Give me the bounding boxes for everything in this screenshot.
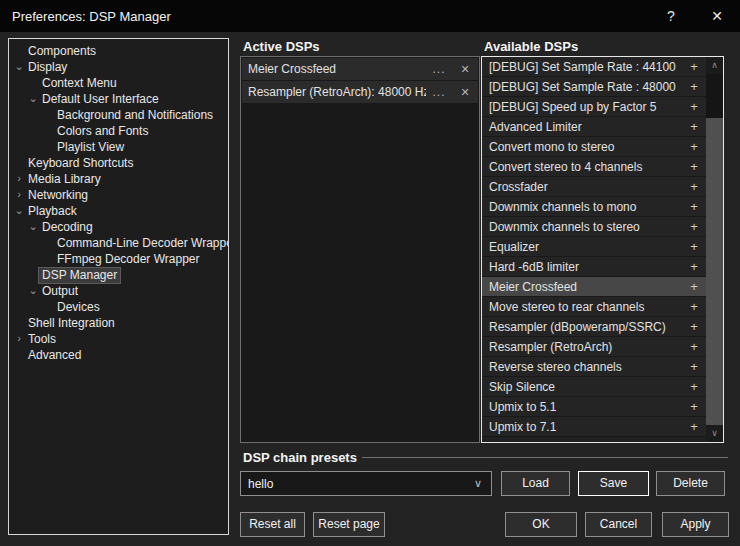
add-dsp-icon[interactable]: + — [682, 259, 706, 274]
tree-item-advanced[interactable]: Advanced — [9, 347, 228, 363]
ok-button[interactable]: OK — [505, 512, 577, 537]
chevron-expanded-icon[interactable]: ⌄ — [13, 59, 25, 73]
available-dsp-row[interactable]: Resampler (RetroArch)+ — [482, 337, 706, 357]
available-dsp-row[interactable]: Skip Silence+ — [482, 377, 706, 397]
available-dsp-row[interactable]: Convert mono to stereo+ — [482, 137, 706, 157]
tree-item-shell-integration[interactable]: Shell Integration — [9, 315, 228, 331]
remove-dsp-icon[interactable]: ✕ — [452, 86, 478, 99]
tree-item-decoding[interactable]: ⌄Decoding — [9, 219, 228, 235]
scrollbar-thumb[interactable] — [706, 118, 723, 425]
available-dsp-row[interactable]: Reverse stereo channels+ — [482, 357, 706, 377]
cancel-button[interactable]: Cancel — [585, 512, 652, 537]
tree-item-playlist-view[interactable]: Playlist View — [9, 139, 228, 155]
available-dsp-row[interactable]: [DEBUG] Set Sample Rate : 44100+ — [482, 57, 706, 77]
available-dsp-label: Equalizer — [482, 240, 682, 254]
remove-dsp-icon[interactable]: ✕ — [452, 63, 478, 76]
reset-all-button[interactable]: Reset all — [240, 512, 305, 537]
close-icon[interactable]: ✕ — [694, 0, 740, 32]
tree-item-context-menu[interactable]: Context Menu — [9, 75, 228, 91]
add-dsp-icon[interactable]: + — [682, 399, 706, 414]
add-dsp-icon[interactable]: + — [682, 139, 706, 154]
add-dsp-icon[interactable]: + — [682, 179, 706, 194]
scrollbar[interactable]: ∧ ∨ — [706, 57, 723, 442]
tree-item-devices[interactable]: Devices — [9, 299, 228, 315]
tree-item-output[interactable]: ⌄Output — [9, 283, 228, 299]
active-dsp-row[interactable]: Resampler (RetroArch): 48000 Hz...✕ — [242, 81, 478, 103]
chevron-expanded-icon[interactable]: ⌄ — [13, 203, 25, 217]
preset-combobox[interactable]: hello ∨ — [240, 471, 492, 496]
configure-dsp-icon[interactable]: ... — [426, 62, 452, 76]
add-dsp-icon[interactable]: + — [682, 79, 706, 94]
tree-item-ffmpeg-decoder-wrapper[interactable]: FFmpeg Decoder Wrapper — [9, 251, 228, 267]
dsp-chain-presets-heading: DSP chain presets — [243, 450, 357, 465]
configure-dsp-icon[interactable]: ... — [426, 85, 452, 99]
load-button[interactable]: Load — [501, 471, 570, 496]
available-dsp-row[interactable]: [DEBUG] Set Sample Rate : 48000+ — [482, 77, 706, 97]
available-dsp-row[interactable]: Meier Crossfeed+ — [482, 277, 706, 297]
chevron-expanded-icon[interactable]: ⌄ — [27, 219, 39, 233]
chevron-down-icon[interactable]: ∨ — [465, 477, 491, 490]
tree-item-tools[interactable]: ›Tools — [9, 331, 228, 347]
chevron-collapsed-icon[interactable]: › — [13, 331, 25, 345]
tree-item-networking[interactable]: ›Networking — [9, 187, 228, 203]
available-dsp-row[interactable]: Convert stereo to 4 channels+ — [482, 157, 706, 177]
add-dsp-icon[interactable]: + — [682, 379, 706, 394]
add-dsp-icon[interactable]: + — [682, 339, 706, 354]
add-dsp-icon[interactable]: + — [682, 419, 706, 434]
active-dsp-row[interactable]: Meier Crossfeed...✕ — [242, 58, 478, 80]
tree-item-background-and-notifications[interactable]: Background and Notifications — [9, 107, 228, 123]
available-dsp-row[interactable]: Advanced Limiter+ — [482, 117, 706, 137]
tree-item-components[interactable]: Components — [9, 43, 228, 59]
chevron-expanded-icon[interactable]: ⌄ — [27, 283, 39, 297]
available-dsp-row[interactable]: Upmix to 5.1+ — [482, 397, 706, 417]
scroll-up-icon[interactable]: ∧ — [706, 57, 723, 74]
add-dsp-icon[interactable]: + — [682, 239, 706, 254]
add-dsp-icon[interactable]: + — [682, 99, 706, 114]
tree-item-label: Playlist View — [54, 140, 127, 155]
available-dsp-row[interactable]: [DEBUG] Speed up by Factor 5+ — [482, 97, 706, 117]
tree-item-label: Tools — [25, 332, 59, 347]
add-dsp-icon[interactable]: + — [682, 119, 706, 134]
save-button[interactable]: Save — [578, 471, 649, 496]
add-dsp-icon[interactable]: + — [682, 59, 706, 74]
add-dsp-icon[interactable]: + — [682, 219, 706, 234]
tree-item-keyboard-shortcuts[interactable]: Keyboard Shortcuts — [9, 155, 228, 171]
available-dsp-row[interactable]: Resampler (dBpoweramp/SSRC)+ — [482, 317, 706, 337]
add-dsp-icon[interactable]: + — [682, 199, 706, 214]
add-dsp-icon[interactable]: + — [682, 299, 706, 314]
scroll-down-icon[interactable]: ∨ — [706, 425, 723, 442]
available-dsp-label: Convert stereo to 4 channels — [482, 160, 682, 174]
add-dsp-icon[interactable]: + — [682, 159, 706, 174]
tree-item-colors-and-fonts[interactable]: Colors and Fonts — [9, 123, 228, 139]
tree-item-media-library[interactable]: ›Media Library — [9, 171, 228, 187]
tree-item-default-user-interface[interactable]: ⌄Default User Interface — [9, 91, 228, 107]
tree-item-label: Colors and Fonts — [54, 124, 151, 139]
available-dsp-row[interactable]: Upmix to 7.1+ — [482, 417, 706, 437]
apply-button[interactable]: Apply — [662, 512, 729, 537]
tree-item-display[interactable]: ⌄Display — [9, 59, 228, 75]
help-icon[interactable]: ? — [648, 0, 694, 32]
active-dsp-label: Meier Crossfeed — [242, 62, 426, 76]
available-dsp-row[interactable]: Downmix channels to mono+ — [482, 197, 706, 217]
available-dsp-label: Hard -6dB limiter — [482, 260, 682, 274]
chevron-expanded-icon[interactable]: ⌄ — [27, 91, 39, 105]
available-dsp-label: Skip Silence — [482, 380, 682, 394]
chevron-collapsed-icon[interactable]: › — [13, 171, 25, 185]
reset-page-button[interactable]: Reset page — [313, 512, 385, 537]
available-dsp-row[interactable]: Move stereo to rear channels+ — [482, 297, 706, 317]
chevron-collapsed-icon[interactable]: › — [13, 187, 25, 201]
tree-item-dsp-manager[interactable]: DSP Manager — [9, 267, 228, 283]
add-dsp-icon[interactable]: + — [682, 279, 706, 294]
add-dsp-icon[interactable]: + — [682, 359, 706, 374]
tree-item-label: Devices — [54, 300, 103, 315]
delete-button[interactable]: Delete — [656, 471, 725, 496]
available-dsp-row[interactable]: Equalizer+ — [482, 237, 706, 257]
add-dsp-icon[interactable]: + — [682, 319, 706, 334]
available-dsp-row[interactable]: Hard -6dB limiter+ — [482, 257, 706, 277]
available-dsp-label: [DEBUG] Set Sample Rate : 44100 — [482, 60, 682, 74]
tree-item-command-line-decoder-wrapper[interactable]: Command-Line Decoder Wrapper — [9, 235, 228, 251]
available-dsp-row[interactable]: Downmix channels to stereo+ — [482, 217, 706, 237]
tree-item-playback[interactable]: ⌄Playback — [9, 203, 228, 219]
group-divider — [362, 457, 728, 458]
available-dsp-row[interactable]: Crossfader+ — [482, 177, 706, 197]
